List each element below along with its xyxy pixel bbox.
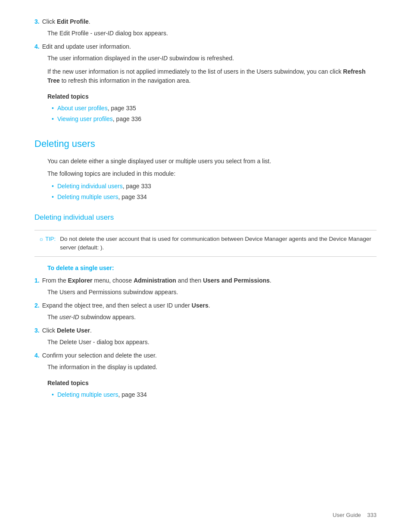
deleting-individual-heading: Deleting individual users (34, 212, 377, 223)
del-step-1-result: The Users and Permissions subwindow appe… (47, 288, 377, 297)
bottom-related-item-1: Deleting multiple users, page 334 (52, 390, 377, 399)
del-step-1-row: 1. From the Explorer menu, choose Admini… (34, 276, 377, 285)
deleting-users-link-item-2: Deleting multiple users, page 334 (52, 193, 377, 202)
del-step-1-bold2: Administration (134, 277, 176, 284)
del-step-1-bold3: Users and Permissions (203, 277, 270, 284)
step-3-number: 3. (34, 17, 40, 26)
del-step-1-mid2: and then (176, 277, 203, 284)
del-step-3-content: Click Delete User. (42, 326, 377, 335)
tip-box: ☼ TIP: Do not delete the user account th… (34, 230, 377, 257)
deleting-users-intro1: You can delete either a single displayed… (47, 157, 377, 166)
del-step-2-result-post: subwindow appears. (79, 314, 136, 320)
step-3-row: 3. Click Edit Profile. (34, 17, 377, 26)
del-step-3-pre: Click (42, 327, 57, 334)
del-step-1-pre: From the (42, 277, 68, 284)
step-4-result2: If the new user information is not appli… (47, 67, 377, 85)
step-4-result1-italic: user-ID (148, 55, 168, 62)
top-related-topics-list: About user profiles, page 335 Viewing us… (52, 104, 377, 124)
top-related-suffix-2: , page 336 (113, 115, 141, 124)
top-related-item-1: About user profiles, page 335 (52, 104, 377, 113)
deleting-users-link-item-1: Deleting individual users, page 333 (52, 182, 377, 191)
del-step-3-result-post: dialog box appears. (97, 339, 149, 345)
deleting-individual-suffix: , page 333 (123, 182, 151, 191)
del-step-3-result: The Delete User - dialog box appears. (47, 338, 377, 347)
step-4-result1-post: subwindow is refreshed. (168, 55, 234, 62)
deleting-users-links-list: Deleting individual users, page 333 Dele… (52, 182, 377, 202)
to-do-label: To delete a single user: (47, 264, 377, 273)
del-step-2-bold: Users (192, 302, 209, 309)
top-related-topics: Related topics About user profiles, page… (34, 92, 377, 124)
bottom-related-topics: Related topics Deleting multiple users, … (34, 379, 377, 399)
del-step-1-content: From the Explorer menu, choose Administr… (42, 276, 377, 285)
step-3-action-bold: Edit Profile (57, 18, 89, 25)
del-step-2-end: . (209, 302, 210, 309)
del-step-1-mid1: menu, choose (92, 277, 134, 284)
step-3-result-italic: user-ID (94, 30, 114, 37)
top-related-topics-label: Related topics (47, 92, 377, 101)
step-4-result1: The user information displayed in the us… (47, 54, 377, 63)
footer-page-number: 333 (367, 512, 377, 518)
footer-label: User Guide (333, 512, 361, 518)
del-step-1-number: 1. (34, 276, 40, 285)
del-step-4-number: 4. (34, 351, 40, 360)
del-step-2-result-pre: The (47, 314, 59, 320)
tip-icon: ☼ TIP: (39, 235, 56, 243)
del-step-2-pre: Expand the object tree, and then select … (42, 302, 192, 309)
deleting-multiple-suffix: , page 334 (118, 193, 147, 202)
del-step-2-number: 2. (34, 301, 40, 310)
del-step-1-block: 1. From the Explorer menu, choose Admini… (34, 276, 377, 297)
del-step-3-result-pre: The Delete User - (47, 339, 97, 345)
step-3-result-pre: The Edit Profile - (47, 30, 94, 37)
del-step-2-content: Expand the object tree, and then select … (42, 301, 377, 310)
del-step-3-number: 3. (34, 326, 40, 335)
page-footer: User Guide 333 (333, 511, 377, 520)
deleting-individual-link[interactable]: Deleting individual users (57, 182, 123, 191)
top-related-link-1[interactable]: About user profiles (57, 104, 108, 113)
deleting-users-intro2: The following topics are included in thi… (47, 169, 377, 178)
deleting-users-heading: Deleting users (34, 137, 377, 151)
del-step-4-row: 4. Confirm your selection and delete the… (34, 351, 377, 360)
del-step-4-result: The information in the display is update… (47, 363, 377, 372)
step-4-result2-post: to refresh this information in the navig… (60, 77, 191, 84)
del-step-3-end: . (90, 327, 92, 334)
del-step-3-row: 3. Click Delete User. (34, 326, 377, 335)
top-related-link-2[interactable]: Viewing user profiles (57, 115, 113, 124)
del-step-4-content: Confirm your selection and delete the us… (42, 351, 377, 360)
del-step-1-bold1: Explorer (68, 277, 93, 284)
del-step-2-row: 2. Expand the object tree, and then sele… (34, 301, 377, 310)
top-related-item-2: Viewing user profiles, page 336 (52, 115, 377, 124)
top-related-suffix-1: , page 335 (108, 104, 136, 113)
del-step-1-end: . (270, 277, 271, 284)
del-step-2-result: The user-ID subwindow appears. (47, 313, 377, 322)
bottom-related-topics-list: Deleting multiple users, page 334 (52, 390, 377, 399)
step-3-content: Click Edit Profile. (42, 17, 377, 26)
bottom-related-suffix-1: , page 334 (118, 390, 147, 399)
tip-content: Do not delete the user account that is u… (60, 235, 377, 252)
step-4-row: 4. Edit and update user information. (34, 42, 377, 51)
del-step-2-result-italic: user-ID (59, 314, 79, 320)
deleting-multiple-link[interactable]: Deleting multiple users (57, 193, 118, 202)
step-3-result: The Edit Profile - user-ID dialog box ap… (47, 29, 377, 38)
bottom-related-link-1[interactable]: Deleting multiple users (57, 390, 118, 399)
step-3-block: 3. Click Edit Profile. The Edit Profile … (34, 17, 377, 38)
step-3-action-pre: Click (42, 18, 57, 25)
del-step-2-block: 2. Expand the object tree, and then sele… (34, 301, 377, 322)
del-step-3-block: 3. Click Delete User. The Delete User - … (34, 326, 377, 347)
step-4-result1-pre: The user information displayed in the (47, 55, 148, 62)
step-4-result2-pre: If the new user information is not appli… (47, 68, 343, 75)
step-4-number: 4. (34, 42, 40, 51)
tip-label: TIP: (45, 236, 56, 242)
step-3-action-end: . (89, 18, 90, 25)
del-step-4-block: 4. Confirm your selection and delete the… (34, 351, 377, 372)
step-3-result-end: dialog box appears. (114, 30, 168, 37)
step-4-content: Edit and update user information. (42, 42, 377, 51)
bottom-related-topics-label: Related topics (47, 379, 377, 388)
del-step-3-bold: Delete User (57, 327, 90, 334)
step-4-block: 4. Edit and update user information. The… (34, 42, 377, 85)
